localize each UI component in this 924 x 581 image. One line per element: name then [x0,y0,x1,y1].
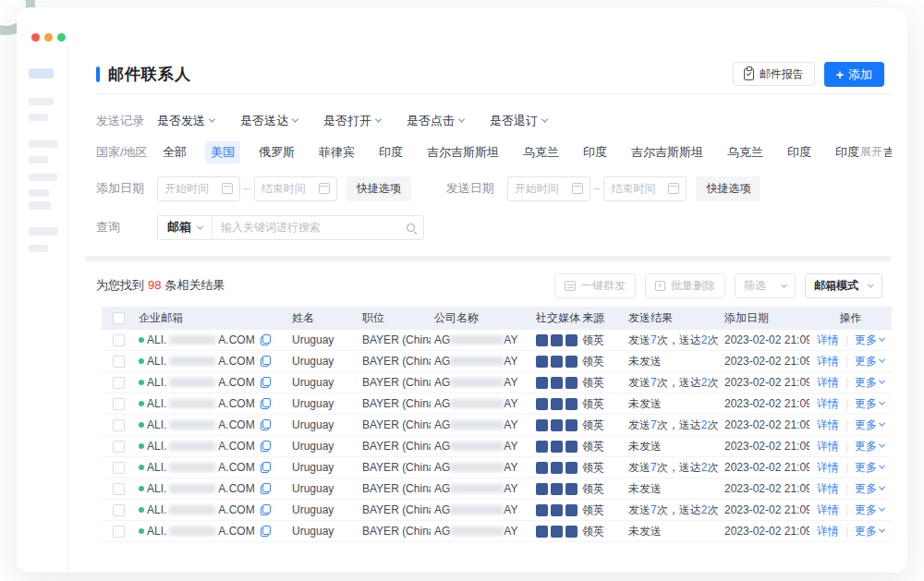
row-checkbox[interactable] [113,334,125,346]
row-checkbox[interactable] [113,526,125,538]
facebook-icon[interactable] [565,483,578,495]
copy-icon[interactable] [261,526,271,537]
copy-icon[interactable] [261,334,271,345]
row-checkbox[interactable] [113,398,125,410]
row-checkbox[interactable] [113,419,125,431]
copy-icon[interactable] [261,462,271,473]
facebook-icon[interactable] [536,334,548,346]
add-button[interactable]: + 添加 [824,62,884,87]
sidebar-skeleton-item[interactable] [29,245,48,252]
filter-dropdown[interactable]: 是否打开 [323,113,381,129]
country-chip[interactable]: 印度 [373,141,408,163]
more-link[interactable]: 更多 [855,354,884,369]
bulk-send-button[interactable]: 一键群发 [554,273,636,298]
send-date-start-input[interactable]: 开始时间 [507,176,590,201]
query-field-select[interactable]: 邮箱 [158,216,213,239]
country-chip[interactable]: 全部 [157,141,192,163]
row-checkbox[interactable] [113,441,125,453]
country-chip[interactable]: 印度 [782,141,817,163]
country-chip[interactable]: 乌克兰 [722,141,769,163]
more-link[interactable]: 更多 [855,333,884,348]
row-checkbox[interactable] [113,356,125,368]
sidebar-skeleton-item[interactable] [29,114,48,121]
copy-icon[interactable] [261,398,271,409]
facebook-icon[interactable] [565,398,578,410]
country-chip[interactable]: 乌克兰 [517,141,565,163]
facebook-icon[interactable] [565,441,578,453]
filter-dropdown[interactable]: 是否点击 [407,113,464,129]
facebook-icon[interactable] [551,441,563,453]
more-link[interactable]: 更多 [855,439,884,454]
detail-link[interactable]: 详情 [817,460,839,476]
detail-link[interactable]: 详情 [817,418,839,433]
facebook-icon[interactable] [536,462,548,474]
detail-link[interactable]: 详情 [817,333,839,348]
sidebar-skeleton-item[interactable] [29,189,49,197]
detail-link[interactable]: 详情 [817,375,839,391]
sidebar-skeleton-item-active[interactable] [29,68,54,79]
mailbox-mode-select[interactable]: 邮箱模式 [805,273,882,298]
sidebar-skeleton-item[interactable] [29,156,48,163]
facebook-icon[interactable] [536,504,548,516]
search-icon[interactable] [407,224,415,232]
country-chip[interactable]: 印度 [578,141,613,163]
country-chip[interactable]: 吉尔吉斯斯坦 [421,141,505,163]
facebook-icon[interactable] [565,419,578,431]
close-window-icon[interactable] [31,33,40,42]
expand-link[interactable]: 展开 [860,144,892,160]
sidebar-skeleton-item[interactable] [29,227,58,236]
row-checkbox[interactable] [113,377,125,389]
facebook-icon[interactable] [565,526,578,538]
row-checkbox[interactable] [113,483,125,495]
detail-link[interactable]: 详情 [817,524,839,539]
facebook-icon[interactable] [551,398,563,410]
facebook-icon[interactable] [536,441,548,453]
facebook-icon[interactable] [565,356,578,368]
facebook-icon[interactable] [551,504,563,516]
copy-icon[interactable] [261,356,271,367]
filter-dropdown[interactable]: 是否退订 [490,113,547,129]
facebook-icon[interactable] [565,377,578,389]
facebook-icon[interactable] [565,462,578,474]
sidebar-skeleton-item[interactable] [29,98,54,105]
facebook-icon[interactable] [551,334,563,346]
minimize-window-icon[interactable] [44,33,53,42]
row-checkbox[interactable] [113,504,125,516]
detail-link[interactable]: 详情 [817,502,839,518]
more-link[interactable]: 更多 [855,460,884,476]
add-date-start-input[interactable]: 开始时间 [157,176,240,201]
filter-dropdown[interactable]: 是否发送 [157,113,214,129]
detail-link[interactable]: 详情 [817,396,839,412]
more-link[interactable]: 更多 [855,375,884,391]
add-date-quick-button[interactable]: 快捷选项 [346,176,411,201]
facebook-icon[interactable] [551,526,563,538]
select-all-checkbox[interactable] [113,312,125,324]
more-link[interactable]: 更多 [855,418,884,433]
copy-icon[interactable] [261,377,271,388]
country-chip[interactable]: 吉尔吉斯斯坦 [626,141,709,163]
facebook-icon[interactable] [551,462,563,474]
filter-dropdown[interactable]: 是否送达 [240,113,298,129]
send-date-quick-button[interactable]: 快捷选项 [696,176,760,201]
country-chip[interactable]: 俄罗斯 [253,141,300,163]
copy-icon[interactable] [261,441,271,452]
more-link[interactable]: 更多 [855,396,884,412]
sidebar-skeleton-item[interactable] [29,140,58,148]
country-chip[interactable]: 菲律宾 [313,141,360,163]
facebook-icon[interactable] [536,419,548,431]
copy-icon[interactable] [261,504,271,515]
detail-link[interactable]: 详情 [817,354,839,369]
more-link[interactable]: 更多 [855,502,884,518]
mail-report-button[interactable]: 邮件报告 [733,62,815,86]
sidebar-skeleton-item[interactable] [29,201,51,210]
row-checkbox[interactable] [113,462,125,474]
facebook-icon[interactable] [536,356,548,368]
facebook-icon[interactable] [536,526,548,538]
facebook-icon[interactable] [551,377,563,389]
country-chip[interactable]: 美国 [205,141,240,163]
add-date-end-input[interactable]: 结束时间 [254,176,337,201]
maximize-window-icon[interactable] [57,33,66,42]
search-input[interactable]: 输入关键词进行搜索 [213,220,423,236]
facebook-icon[interactable] [565,504,578,516]
facebook-icon[interactable] [536,398,548,410]
